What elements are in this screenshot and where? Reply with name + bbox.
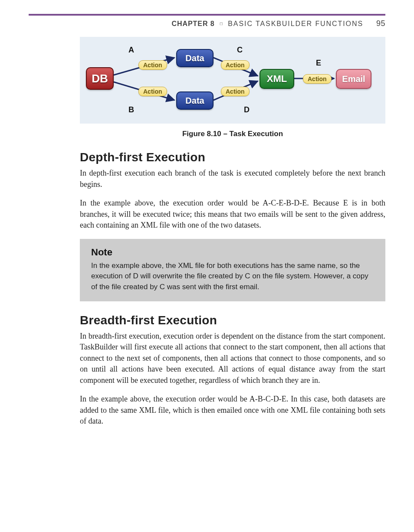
edge-label-a: Action bbox=[138, 60, 167, 70]
node-caption-c: C bbox=[237, 46, 243, 55]
breadth-p2: In the example above, the execution orde… bbox=[80, 394, 385, 427]
breadth-p1: In breadth-first execution, execution or… bbox=[80, 331, 385, 386]
node-caption-d: D bbox=[244, 105, 250, 114]
node-email: Email bbox=[336, 69, 371, 89]
note-body: In the example above, the XML file for b… bbox=[91, 261, 374, 293]
chapter-title: BASIC TASKBUILDER FUNCTIONS bbox=[228, 20, 363, 28]
depth-p1: In depth-first execution each branch of … bbox=[80, 168, 385, 190]
edge-label-c: Action bbox=[221, 60, 250, 70]
bullet-icon: □ bbox=[220, 21, 223, 26]
content-area: DB Data Data XML Email Action Action Act… bbox=[80, 37, 385, 427]
edge-label-d: Action bbox=[221, 87, 250, 96]
note-heading: Note bbox=[91, 247, 374, 258]
running-header: CHAPTER 8 □ BASIC TASKBUILDER FUNCTIONS … bbox=[29, 14, 385, 28]
node-data-bottom: Data bbox=[176, 91, 214, 110]
edge-label-b: Action bbox=[138, 87, 167, 96]
node-caption-a: A bbox=[128, 46, 134, 55]
depth-p2: In the example above, the execution orde… bbox=[80, 198, 385, 231]
node-caption-b: B bbox=[128, 105, 134, 114]
edge-label-e: Action bbox=[303, 74, 332, 84]
node-data-top: Data bbox=[176, 49, 214, 67]
note-box: Note In the example above, the XML file … bbox=[80, 239, 385, 301]
heading-depth-first: Depth-first Execution bbox=[80, 150, 385, 164]
node-db: DB bbox=[86, 67, 114, 90]
node-xml: XML bbox=[260, 69, 294, 89]
figure-8-10: DB Data Data XML Email Action Action Act… bbox=[80, 37, 385, 124]
page: CHAPTER 8 □ BASIC TASKBUILDER FUNCTIONS … bbox=[0, 0, 414, 532]
chapter-label: CHAPTER 8 bbox=[171, 20, 214, 28]
page-number: 95 bbox=[368, 19, 385, 28]
node-caption-e: E bbox=[316, 59, 321, 68]
figure-caption: Figure 8.10 – Task Execution bbox=[80, 130, 385, 138]
heading-breadth-first: Breadth-first Execution bbox=[80, 313, 385, 327]
